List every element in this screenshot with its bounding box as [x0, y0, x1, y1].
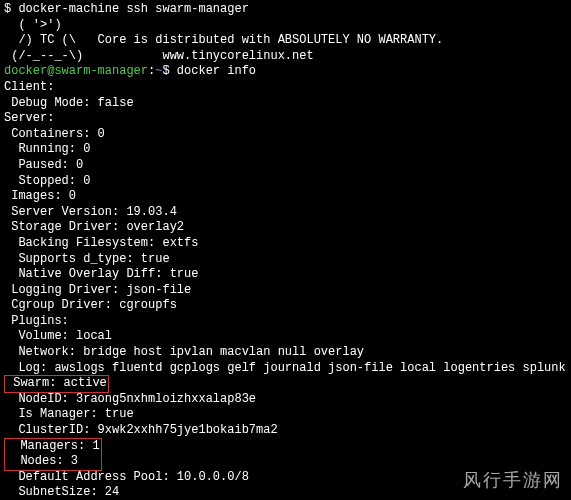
ascii-art-line: /) TC (\ Core is distributed with ABSOLU…: [4, 33, 567, 49]
shell-command-text: docker info: [177, 64, 256, 78]
swarm-active-highlight: Swarm: active: [4, 375, 109, 393]
shell-prompt-line[interactable]: docker@swarm-manager:~$ docker info: [4, 64, 567, 80]
ascii-art-line: ( '>'): [4, 18, 567, 34]
command-output: Client: Debug Mode: falseServer: Contain…: [4, 80, 567, 376]
output-line: Running: 0: [4, 142, 567, 158]
output-line: Images: 0: [4, 189, 567, 205]
output-line: Server Version: 19.03.4: [4, 205, 567, 221]
output-line: Plugins:: [4, 314, 567, 330]
managers-nodes-line: Managers: 1 Nodes: 3: [4, 439, 567, 470]
managers-count: Managers: 1: [6, 439, 100, 453]
output-line: Network: bridge host ipvlan macvlan null…: [4, 345, 567, 361]
output-line: Cgroup Driver: cgroupfs: [4, 298, 567, 314]
output-line: NodeID: 3raong5nxhmloizhxxalap83e: [4, 392, 567, 408]
swarm-status-line: Swarm: active: [4, 376, 567, 392]
output-line: Is Manager: true: [4, 407, 567, 423]
output-line: Stopped: 0: [4, 174, 567, 190]
output-line: Storage Driver: overlay2: [4, 220, 567, 236]
output-line: Debug Mode: false: [4, 96, 567, 112]
ascii-art-line: (/-_--_-\) www.tinycorelinux.net: [4, 49, 567, 65]
prompt-end: $: [162, 64, 176, 78]
output-line: Containers: 0: [4, 127, 567, 143]
output-line: Volume: local: [4, 329, 567, 345]
output-line: Paused: 0: [4, 158, 567, 174]
output-line: Server:: [4, 111, 567, 127]
watermark-text: 风行手游网: [463, 469, 563, 492]
nodes-count: Nodes: 3: [6, 454, 78, 468]
output-line: ClusterID: 9xwk2xxhh75jye1bokaib7ma2: [4, 423, 567, 439]
output-line: Log: awslogs fluentd gcplogs gelf journa…: [4, 361, 567, 377]
output-line: Client:: [4, 80, 567, 96]
shell-command-line: $ docker-machine ssh swarm-manager: [4, 2, 567, 18]
prompt-user-host: docker@swarm-manager: [4, 64, 148, 78]
output-line: Logging Driver: json-file: [4, 283, 567, 299]
output-line: Supports d_type: true: [4, 252, 567, 268]
managers-nodes-highlight: Managers: 1 Nodes: 3: [4, 438, 102, 471]
output-line: Backing Filesystem: extfs: [4, 236, 567, 252]
output-line: Native Overlay Diff: true: [4, 267, 567, 283]
